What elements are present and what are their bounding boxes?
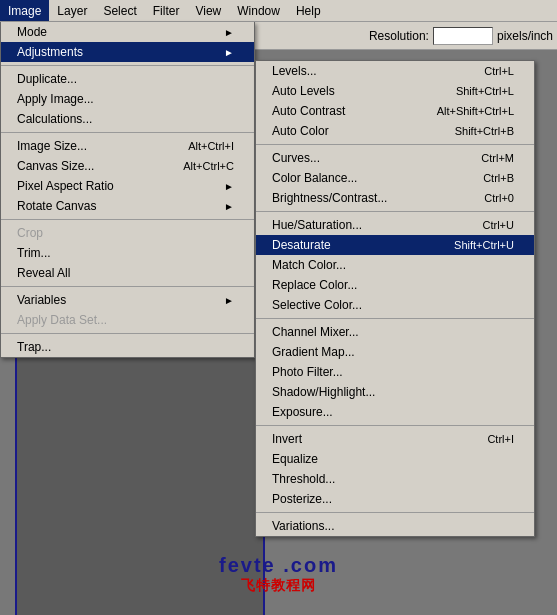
- separator-1: [1, 65, 254, 66]
- adj-curves[interactable]: Curves... Ctrl+M: [256, 148, 534, 168]
- adj-equalize[interactable]: Equalize: [256, 449, 534, 469]
- adj-levels[interactable]: Levels... Ctrl+L: [256, 61, 534, 81]
- menu-item-trim[interactable]: Trim...: [1, 243, 254, 263]
- menu-item-mode[interactable]: Mode ►: [1, 22, 254, 42]
- variables-arrow-icon: ►: [224, 295, 234, 306]
- adj-shadow-highlight[interactable]: Shadow/Highlight...: [256, 382, 534, 402]
- menu-item-image-size[interactable]: Image Size... Alt+Ctrl+I: [1, 136, 254, 156]
- adj-hue-saturation[interactable]: Hue/Saturation... Ctrl+U: [256, 215, 534, 235]
- resolution-label: Resolution:: [369, 29, 429, 43]
- rotate-canvas-arrow-icon: ►: [224, 201, 234, 212]
- adj-invert[interactable]: Invert Ctrl+I: [256, 429, 534, 449]
- adj-auto-levels[interactable]: Auto Levels Shift+Ctrl+L: [256, 81, 534, 101]
- menu-item-apply-image[interactable]: Apply Image...: [1, 89, 254, 109]
- adjustments-submenu: Levels... Ctrl+L Auto Levels Shift+Ctrl+…: [255, 60, 535, 537]
- adj-replace-color[interactable]: Replace Color...: [256, 275, 534, 295]
- menu-filter[interactable]: Filter: [145, 0, 188, 21]
- separator-2: [1, 132, 254, 133]
- menu-item-rotate-canvas[interactable]: Rotate Canvas ►: [1, 196, 254, 216]
- watermark: fevte .com 飞特教程网: [219, 554, 338, 595]
- adj-channel-mixer[interactable]: Channel Mixer...: [256, 322, 534, 342]
- adj-exposure[interactable]: Exposure...: [256, 402, 534, 422]
- menu-help[interactable]: Help: [288, 0, 329, 21]
- separator-3: [1, 219, 254, 220]
- adj-auto-contrast[interactable]: Auto Contrast Alt+Shift+Ctrl+L: [256, 101, 534, 121]
- watermark-line2: 飞特教程网: [219, 577, 338, 595]
- menu-item-calculations[interactable]: Calculations...: [1, 109, 254, 129]
- resolution-unit: pixels/inch: [497, 29, 553, 43]
- menu-item-pixel-aspect[interactable]: Pixel Aspect Ratio ►: [1, 176, 254, 196]
- menu-item-crop: Crop: [1, 223, 254, 243]
- menu-view[interactable]: View: [187, 0, 229, 21]
- adj-auto-color[interactable]: Auto Color Shift+Ctrl+B: [256, 121, 534, 141]
- adj-sep-1: [256, 144, 534, 145]
- adj-gradient-map[interactable]: Gradient Map...: [256, 342, 534, 362]
- image-menu: Mode ► Adjustments ► Duplicate... Apply …: [0, 22, 255, 358]
- pixel-aspect-arrow-icon: ►: [224, 181, 234, 192]
- adj-sep-4: [256, 425, 534, 426]
- adj-threshold[interactable]: Threshold...: [256, 469, 534, 489]
- adj-desaturate[interactable]: Desaturate Shift+Ctrl+U: [256, 235, 534, 255]
- adj-photo-filter[interactable]: Photo Filter...: [256, 362, 534, 382]
- adj-sep-5: [256, 512, 534, 513]
- menu-bar: Image Layer Select Filter View Window He…: [0, 0, 557, 22]
- watermark-line1: fevte .com: [219, 554, 338, 577]
- adjustments-arrow-icon: ►: [224, 47, 234, 58]
- separator-4: [1, 286, 254, 287]
- menu-item-reveal-all[interactable]: Reveal All: [1, 263, 254, 283]
- adj-variations[interactable]: Variations...: [256, 516, 534, 536]
- mode-arrow-icon: ►: [224, 27, 234, 38]
- resolution-input[interactable]: [433, 27, 493, 45]
- menu-window[interactable]: Window: [229, 0, 288, 21]
- adj-sep-3: [256, 318, 534, 319]
- adj-color-balance[interactable]: Color Balance... Ctrl+B: [256, 168, 534, 188]
- menu-image[interactable]: Image: [0, 0, 49, 21]
- menu-item-trap[interactable]: Trap...: [1, 337, 254, 357]
- menu-item-variables[interactable]: Variables ►: [1, 290, 254, 310]
- menu-item-duplicate[interactable]: Duplicate...: [1, 69, 254, 89]
- menu-item-adjustments[interactable]: Adjustments ►: [1, 42, 254, 62]
- separator-5: [1, 333, 254, 334]
- menu-layer[interactable]: Layer: [49, 0, 95, 21]
- adj-sep-2: [256, 211, 534, 212]
- adj-match-color[interactable]: Match Color...: [256, 255, 534, 275]
- menu-item-canvas-size[interactable]: Canvas Size... Alt+Ctrl+C: [1, 156, 254, 176]
- menu-item-apply-data: Apply Data Set...: [1, 310, 254, 330]
- adj-selective-color[interactable]: Selective Color...: [256, 295, 534, 315]
- adj-posterize[interactable]: Posterize...: [256, 489, 534, 509]
- adj-brightness-contrast[interactable]: Brightness/Contrast... Ctrl+0: [256, 188, 534, 208]
- menu-select[interactable]: Select: [95, 0, 144, 21]
